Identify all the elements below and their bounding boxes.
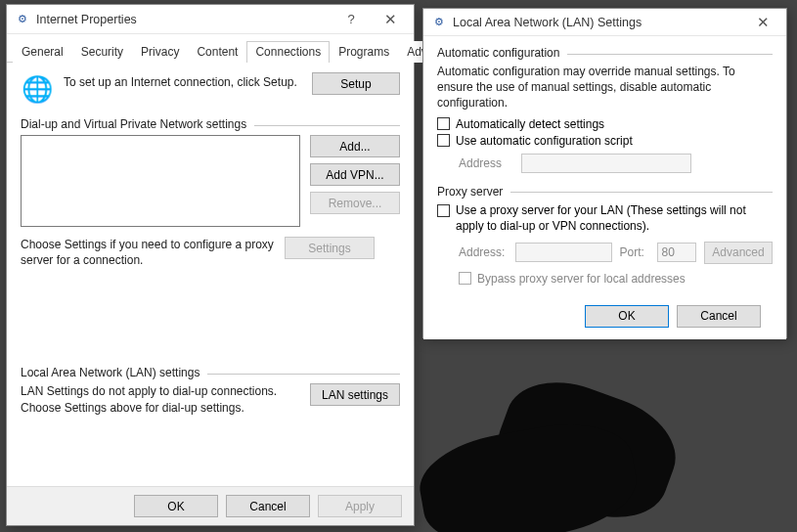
setup-button[interactable]: Setup xyxy=(312,72,400,95)
tab-content[interactable]: Content xyxy=(188,41,246,63)
divider xyxy=(254,125,400,126)
bypass-label: Bypass proxy server for local addresses xyxy=(477,272,686,286)
checkbox-icon[interactable] xyxy=(437,134,450,147)
divider xyxy=(207,374,400,375)
cancel-button[interactable]: Cancel xyxy=(677,305,761,328)
lan-settings-button[interactable]: LAN settings xyxy=(310,383,400,406)
ok-button[interactable]: OK xyxy=(134,495,218,517)
lan-settings-dialog: ⚙ Local Area Network (LAN) Settings ✕ Au… xyxy=(422,8,787,338)
dialog-button-bar: OK Cancel Apply xyxy=(7,486,414,525)
dialup-group-text: Dial-up and Virtual Private Network sett… xyxy=(21,117,246,131)
apply-button: Apply xyxy=(318,495,402,517)
dialog-title: Internet Properties xyxy=(36,13,332,26)
auto-script-label: Use automatic configuration script xyxy=(456,134,633,148)
dialog-button-bar: OK Cancel xyxy=(437,299,773,328)
tab-security[interactable]: Security xyxy=(72,41,132,63)
checkbox-icon[interactable] xyxy=(437,117,450,130)
proxy-group-text: Proxy server xyxy=(437,185,503,199)
control-panel-icon: ⚙ xyxy=(15,12,30,27)
tab-programs[interactable]: Programs xyxy=(330,41,398,63)
checkbox-icon xyxy=(459,272,471,285)
tab-general[interactable]: General xyxy=(13,41,72,63)
choose-settings-text: Choose Settings if you need to configure… xyxy=(21,237,275,268)
divider xyxy=(510,192,773,193)
titlebar[interactable]: ⚙ Local Area Network (LAN) Settings ✕ xyxy=(423,9,786,36)
dialog-body: Automatic configuration Automatic config… xyxy=(423,36,786,339)
remove-button: Remove... xyxy=(310,192,400,214)
proxy-port-label: Port: xyxy=(620,245,649,259)
advanced-button: Advanced xyxy=(704,242,773,264)
lan-explanation: LAN Settings do not apply to dial-up con… xyxy=(21,383,300,415)
cancel-button[interactable]: Cancel xyxy=(226,495,310,517)
lan-group-text: Local Area Network (LAN) settings xyxy=(21,366,199,379)
auto-group-label: Automatic configuration xyxy=(437,46,773,60)
tab-privacy[interactable]: Privacy xyxy=(132,41,188,63)
help-button[interactable]: ? xyxy=(332,6,371,33)
proxy-group-label: Proxy server xyxy=(437,185,773,199)
auto-description: Automatic configuration may override man… xyxy=(437,64,773,111)
dialog-body: 🌐 To set up an Internet connection, clic… xyxy=(7,63,414,425)
globe-icon: 🌐 xyxy=(21,72,54,106)
auto-group-text: Automatic configuration xyxy=(437,46,559,60)
ok-button[interactable]: OK xyxy=(585,305,669,328)
divider xyxy=(567,54,773,55)
address-label: Address xyxy=(459,156,511,170)
proxy-address-label: Address: xyxy=(459,245,508,259)
add-button[interactable]: Add... xyxy=(310,135,400,157)
tab-strip: General Security Privacy Content Connect… xyxy=(7,34,414,63)
proxy-port-input: 80 xyxy=(657,243,696,262)
auto-detect-row[interactable]: Automatically detect settings xyxy=(437,117,773,131)
dialog-title: Local Area Network (LAN) Settings xyxy=(453,16,743,29)
use-proxy-label: Use a proxy server for your LAN (These s… xyxy=(456,202,773,234)
close-icon[interactable]: ✕ xyxy=(743,9,782,36)
auto-script-row[interactable]: Use automatic configuration script xyxy=(437,134,773,148)
script-address-input xyxy=(521,154,691,173)
add-vpn-button[interactable]: Add VPN... xyxy=(310,163,400,186)
connections-listbox[interactable] xyxy=(21,135,300,227)
proxy-address-input xyxy=(515,243,612,262)
control-panel-icon: ⚙ xyxy=(431,15,447,30)
lan-group-label: Local Area Network (LAN) settings xyxy=(21,366,400,379)
tab-connections[interactable]: Connections xyxy=(246,41,330,63)
titlebar[interactable]: ⚙ Internet Properties ? ✕ xyxy=(7,5,414,34)
use-proxy-row[interactable]: Use a proxy server for your LAN (These s… xyxy=(437,202,773,234)
auto-detect-label: Automatically detect settings xyxy=(456,117,604,131)
internet-properties-dialog: ⚙ Internet Properties ? ✕ General Securi… xyxy=(6,4,415,526)
bypass-row: Bypass proxy server for local addresses xyxy=(459,272,773,286)
checkbox-icon[interactable] xyxy=(437,204,450,217)
close-icon[interactable]: ✕ xyxy=(371,6,410,33)
settings-button: Settings xyxy=(285,237,375,259)
setup-instruction: To set up an Internet connection, click … xyxy=(64,72,302,90)
dialup-group-label: Dial-up and Virtual Private Network sett… xyxy=(21,117,400,131)
